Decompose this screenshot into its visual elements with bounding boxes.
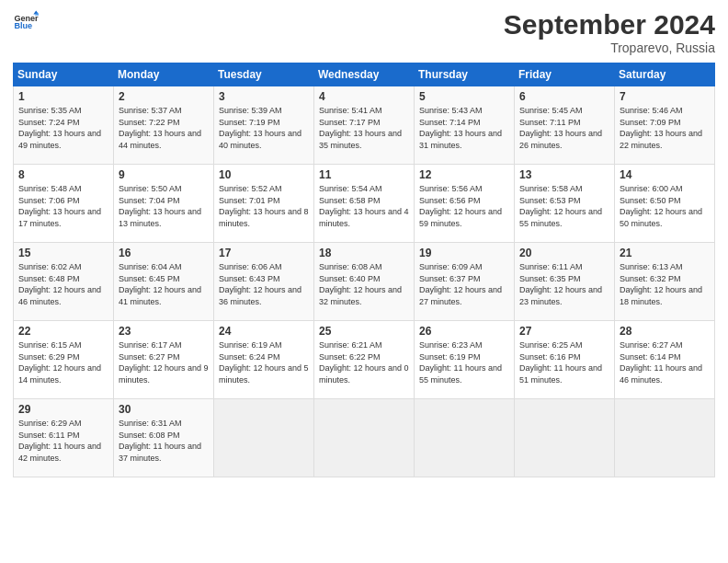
- calendar-cell: 26Sunrise: 6:23 AMSunset: 6:19 PMDayligh…: [415, 321, 515, 399]
- calendar-cell: 20Sunrise: 6:11 AMSunset: 6:35 PMDayligh…: [515, 243, 615, 321]
- day-number: 24: [219, 325, 309, 338]
- col-saturday: Saturday: [615, 63, 715, 86]
- day-number: 26: [419, 325, 509, 338]
- day-number: 8: [18, 168, 108, 181]
- day-number: 30: [119, 403, 209, 416]
- col-sunday: Sunday: [14, 63, 114, 86]
- calendar-week-3: 15Sunrise: 6:02 AMSunset: 6:48 PMDayligh…: [14, 243, 715, 321]
- cell-info: Sunrise: 6:11 AMSunset: 6:35 PMDaylight:…: [519, 262, 602, 306]
- calendar-cell: 7Sunrise: 5:46 AMSunset: 7:09 PMDaylight…: [615, 86, 715, 165]
- logo: General Blue: [13, 9, 39, 35]
- calendar-cell: 27Sunrise: 6:25 AMSunset: 6:16 PMDayligh…: [515, 321, 615, 399]
- title-block: September 2024 Troparevo, Russia: [504, 9, 715, 55]
- month-title: September 2024: [504, 9, 715, 40]
- cell-info: Sunrise: 6:17 AMSunset: 6:27 PMDaylight:…: [119, 340, 209, 385]
- calendar-cell: [314, 399, 415, 477]
- cell-info: Sunrise: 6:25 AMSunset: 6:16 PMDaylight:…: [519, 340, 602, 385]
- day-number: 18: [319, 247, 409, 259]
- day-number: 17: [219, 247, 309, 259]
- page: General Blue September 2024 Troparevo, R…: [0, 0, 728, 563]
- cell-info: Sunrise: 5:58 AMSunset: 6:53 PMDaylight:…: [519, 184, 602, 228]
- cell-info: Sunrise: 6:27 AMSunset: 6:14 PMDaylight:…: [620, 340, 702, 385]
- day-number: 6: [519, 90, 609, 103]
- cell-info: Sunrise: 6:19 AMSunset: 6:24 PMDaylight:…: [219, 340, 309, 385]
- calendar-cell: 1Sunrise: 5:35 AMSunset: 7:24 PMDaylight…: [14, 86, 114, 165]
- calendar-table: Sunday Monday Tuesday Wednesday Thursday…: [13, 63, 715, 477]
- location: Troparevo, Russia: [504, 40, 715, 55]
- calendar-cell: 8Sunrise: 5:48 AMSunset: 7:06 PMDaylight…: [14, 165, 114, 243]
- day-number: 9: [119, 168, 209, 181]
- calendar-cell: 11Sunrise: 5:54 AMSunset: 6:58 PMDayligh…: [314, 165, 415, 243]
- day-number: 2: [119, 90, 209, 103]
- cell-info: Sunrise: 6:00 AMSunset: 6:50 PMDaylight:…: [620, 184, 702, 228]
- day-number: 21: [620, 247, 710, 259]
- cell-info: Sunrise: 5:35 AMSunset: 7:24 PMDaylight:…: [18, 106, 101, 150]
- header-row: Sunday Monday Tuesday Wednesday Thursday…: [14, 63, 715, 86]
- calendar-cell: [415, 399, 515, 477]
- calendar-cell: 10Sunrise: 5:52 AMSunset: 7:01 PMDayligh…: [214, 165, 314, 243]
- day-number: 10: [219, 168, 309, 181]
- calendar-cell: 29Sunrise: 6:29 AMSunset: 6:11 PMDayligh…: [14, 399, 114, 477]
- calendar-cell: 9Sunrise: 5:50 AMSunset: 7:04 PMDaylight…: [114, 165, 214, 243]
- calendar-cell: [615, 399, 715, 477]
- day-number: 4: [319, 90, 409, 103]
- day-number: 28: [620, 325, 710, 338]
- calendar-week-1: 1Sunrise: 5:35 AMSunset: 7:24 PMDaylight…: [14, 86, 715, 165]
- cell-info: Sunrise: 5:50 AMSunset: 7:04 PMDaylight:…: [119, 184, 201, 228]
- cell-info: Sunrise: 6:06 AMSunset: 6:43 PMDaylight:…: [219, 262, 301, 306]
- day-number: 20: [519, 247, 609, 259]
- calendar-cell: 18Sunrise: 6:08 AMSunset: 6:40 PMDayligh…: [314, 243, 415, 321]
- calendar-cell: 13Sunrise: 5:58 AMSunset: 6:53 PMDayligh…: [515, 165, 615, 243]
- calendar-cell: 4Sunrise: 5:41 AMSunset: 7:17 PMDaylight…: [314, 86, 415, 165]
- day-number: 13: [519, 168, 609, 181]
- cell-info: Sunrise: 6:09 AMSunset: 6:37 PMDaylight:…: [419, 262, 502, 306]
- day-number: 11: [319, 168, 409, 181]
- day-number: 15: [18, 247, 108, 259]
- calendar-cell: 28Sunrise: 6:27 AMSunset: 6:14 PMDayligh…: [615, 321, 715, 399]
- day-number: 25: [319, 325, 409, 338]
- cell-info: Sunrise: 5:43 AMSunset: 7:14 PMDaylight:…: [419, 106, 502, 150]
- day-number: 23: [119, 325, 209, 338]
- cell-info: Sunrise: 6:15 AMSunset: 6:29 PMDaylight:…: [18, 340, 101, 385]
- day-number: 1: [18, 90, 108, 103]
- day-number: 29: [18, 403, 108, 416]
- header: General Blue September 2024 Troparevo, R…: [13, 9, 715, 55]
- col-monday: Monday: [114, 63, 214, 86]
- calendar-cell: 21Sunrise: 6:13 AMSunset: 6:32 PMDayligh…: [615, 243, 715, 321]
- calendar-week-4: 22Sunrise: 6:15 AMSunset: 6:29 PMDayligh…: [14, 321, 715, 399]
- day-number: 3: [219, 90, 309, 103]
- calendar-cell: 30Sunrise: 6:31 AMSunset: 6:08 PMDayligh…: [114, 399, 214, 477]
- day-number: 12: [419, 168, 509, 181]
- calendar-cell: 14Sunrise: 6:00 AMSunset: 6:50 PMDayligh…: [615, 165, 715, 243]
- cell-info: Sunrise: 6:02 AMSunset: 6:48 PMDaylight:…: [18, 262, 101, 306]
- calendar-week-5: 29Sunrise: 6:29 AMSunset: 6:11 PMDayligh…: [14, 399, 715, 477]
- cell-info: Sunrise: 6:04 AMSunset: 6:45 PMDaylight:…: [119, 262, 201, 306]
- cell-info: Sunrise: 5:54 AMSunset: 6:58 PMDaylight:…: [319, 184, 409, 228]
- calendar-cell: 23Sunrise: 6:17 AMSunset: 6:27 PMDayligh…: [114, 321, 214, 399]
- day-number: 16: [119, 247, 209, 259]
- cell-info: Sunrise: 5:39 AMSunset: 7:19 PMDaylight:…: [219, 106, 301, 150]
- day-number: 5: [419, 90, 509, 103]
- calendar-cell: 25Sunrise: 6:21 AMSunset: 6:22 PMDayligh…: [314, 321, 415, 399]
- cell-info: Sunrise: 6:21 AMSunset: 6:22 PMDaylight:…: [319, 340, 409, 385]
- calendar-cell: [515, 399, 615, 477]
- calendar-cell: 19Sunrise: 6:09 AMSunset: 6:37 PMDayligh…: [415, 243, 515, 321]
- cell-info: Sunrise: 6:29 AMSunset: 6:11 PMDaylight:…: [18, 419, 101, 463]
- col-thursday: Thursday: [415, 63, 515, 86]
- svg-text:Blue: Blue: [14, 21, 32, 30]
- day-number: 7: [620, 90, 710, 103]
- cell-info: Sunrise: 5:56 AMSunset: 6:56 PMDaylight:…: [419, 184, 502, 228]
- col-friday: Friday: [515, 63, 615, 86]
- cell-info: Sunrise: 5:48 AMSunset: 7:06 PMDaylight:…: [18, 184, 101, 228]
- calendar-cell: 2Sunrise: 5:37 AMSunset: 7:22 PMDaylight…: [114, 86, 214, 165]
- logo-icon: General Blue: [13, 9, 39, 35]
- cell-info: Sunrise: 5:52 AMSunset: 7:01 PMDaylight:…: [219, 184, 309, 228]
- cell-info: Sunrise: 6:08 AMSunset: 6:40 PMDaylight:…: [319, 262, 402, 306]
- day-number: 19: [419, 247, 509, 259]
- cell-info: Sunrise: 6:23 AMSunset: 6:19 PMDaylight:…: [419, 340, 502, 385]
- calendar-cell: 12Sunrise: 5:56 AMSunset: 6:56 PMDayligh…: [415, 165, 515, 243]
- calendar-cell: [214, 399, 314, 477]
- calendar-cell: 16Sunrise: 6:04 AMSunset: 6:45 PMDayligh…: [114, 243, 214, 321]
- col-tuesday: Tuesday: [214, 63, 314, 86]
- calendar-week-2: 8Sunrise: 5:48 AMSunset: 7:06 PMDaylight…: [14, 165, 715, 243]
